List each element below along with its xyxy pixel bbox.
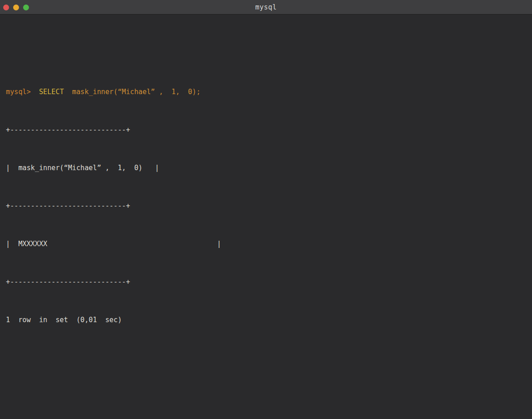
mysql-prompt: mysql> (6, 88, 31, 96)
sql-arguments: mask_inner(“Michael” , 1, 0); (64, 88, 201, 96)
status-line: 1 row in set (0,01 sec) (6, 314, 527, 326)
query-block-2: mysql> SELECT mask_inner(“12345678901234… (6, 402, 527, 419)
window-titlebar[interactable]: mysql (0, 0, 532, 14)
window-title: mysql (0, 3, 532, 11)
query-block-1: mysql> SELECT mask_inner(“Michael” , 1, … (6, 60, 527, 352)
table-data-row: | MXXXXXX | (6, 238, 527, 250)
table-border-bottom: +----------------------------+ (6, 276, 527, 288)
terminal-output[interactable]: mysql> SELECT mask_inner(“Michael” , 1, … (0, 14, 532, 419)
minimize-button[interactable] (13, 5, 19, 10)
close-button[interactable] (3, 5, 9, 10)
table-border-mid: +----------------------------+ (6, 200, 527, 212)
table-header-row: | mask_inner(“Michael” , 1, 0) | (6, 162, 527, 174)
maximize-button[interactable] (23, 5, 29, 10)
query-line: mysql> SELECT mask_inner(“Michael” , 1, … (6, 86, 527, 98)
traffic-lights (3, 0, 29, 14)
sql-keyword: SELECT (31, 88, 64, 96)
table-border-top: +----------------------------+ (6, 124, 527, 136)
